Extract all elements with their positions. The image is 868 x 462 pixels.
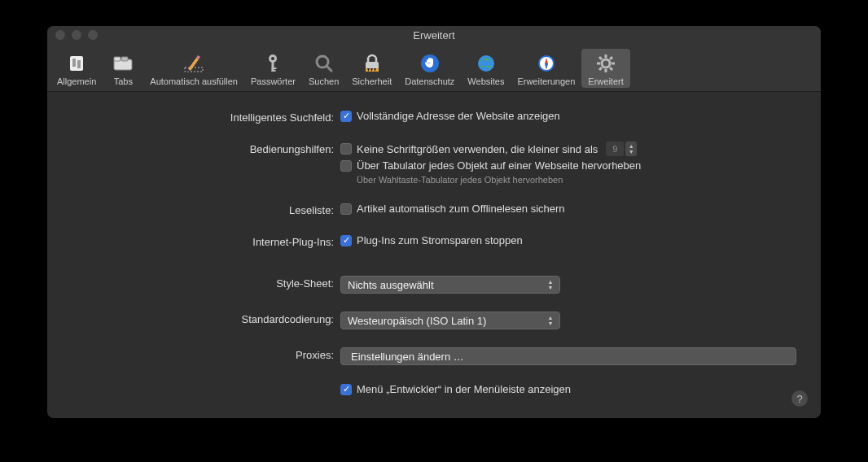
stepper-arrows-icon: ▲▼ bbox=[625, 142, 637, 156]
window-title: Erweitert bbox=[47, 29, 821, 41]
tabs-icon bbox=[112, 52, 134, 75]
svg-point-8 bbox=[271, 57, 274, 60]
svg-point-20 bbox=[478, 55, 494, 72]
checkbox-full-url[interactable] bbox=[340, 111, 352, 122]
svg-point-25 bbox=[602, 59, 610, 68]
stylesheet-popup[interactable]: Nichts ausgewählt ▲▼ bbox=[340, 276, 560, 294]
checkbox-offline-reading-label: Artikel automatisch zum Offlinelesen sic… bbox=[357, 203, 565, 215]
tab-advanced[interactable]: Erweitert bbox=[581, 49, 629, 88]
popup-arrows-icon: ▲▼ bbox=[545, 314, 556, 327]
gear-icon bbox=[594, 52, 617, 75]
checkbox-tab-highlight-label: Über Tabulator jedes Objekt auf einer We… bbox=[357, 159, 641, 172]
preferences-window: Erweitert Allgemein Tabs Automatisch aus… bbox=[47, 26, 821, 418]
lock-icon bbox=[361, 52, 384, 75]
zoom-button[interactable] bbox=[88, 30, 98, 40]
hand-icon bbox=[419, 52, 441, 75]
svg-line-33 bbox=[610, 57, 612, 59]
compass-icon bbox=[535, 52, 558, 75]
font-size-stepper[interactable]: 9 ▲▼ bbox=[606, 142, 637, 156]
checkbox-full-url-label: Vollständige Adresse der Website anzeige… bbox=[357, 110, 560, 122]
key-icon bbox=[261, 52, 284, 75]
titlebar: Erweitert bbox=[47, 26, 821, 44]
toolbar: Allgemein Tabs Automatisch ausfüllen Pas… bbox=[47, 44, 821, 92]
tab-extensions[interactable]: Erweiterungen bbox=[511, 49, 581, 88]
stylesheet-value: Nichts ausgewählt bbox=[348, 279, 434, 291]
tab-tabs[interactable]: Tabs bbox=[103, 49, 143, 88]
checkbox-min-font[interactable] bbox=[340, 143, 352, 155]
svg-rect-4 bbox=[114, 57, 121, 61]
pencil-icon bbox=[182, 52, 205, 75]
tab-highlight-note: Über Wahltaste-Tabulator jedes Objekt he… bbox=[340, 175, 796, 185]
encoding-popup[interactable]: Westeuropäisch (ISO Latin 1) ▲▼ bbox=[340, 312, 560, 329]
svg-rect-2 bbox=[77, 60, 81, 68]
stylesheet-label: Style-Sheet: bbox=[72, 276, 340, 290]
svg-line-32 bbox=[599, 68, 602, 70]
accessibility-label: Bedienungshilfen: bbox=[72, 142, 340, 155]
svg-line-31 bbox=[610, 68, 612, 70]
checkbox-plugin-powersave[interactable] bbox=[340, 235, 352, 246]
popup-arrows-icon: ▲▼ bbox=[545, 278, 556, 291]
svg-rect-0 bbox=[70, 56, 83, 71]
switch-icon bbox=[65, 52, 88, 75]
reading-list-label: Leseliste: bbox=[72, 203, 340, 216]
checkbox-tab-highlight[interactable] bbox=[340, 160, 352, 172]
tab-general[interactable]: Allgemein bbox=[50, 49, 103, 88]
svg-rect-1 bbox=[72, 59, 76, 67]
globe-icon bbox=[475, 52, 498, 75]
proxies-label: Proxies: bbox=[72, 347, 340, 361]
window-controls bbox=[47, 30, 98, 40]
font-size-value: 9 bbox=[606, 142, 624, 156]
tab-autofill[interactable]: Automatisch ausfüllen bbox=[143, 49, 244, 88]
magnifier-icon bbox=[313, 52, 335, 75]
svg-rect-10 bbox=[272, 68, 277, 69]
svg-rect-11 bbox=[272, 70, 276, 72]
content-pane: Intelligentes Suchfeld: Vollständige Adr… bbox=[47, 92, 821, 418]
tab-websites[interactable]: Websites bbox=[461, 49, 511, 88]
encoding-label: Standardcodierung: bbox=[72, 312, 340, 325]
plugins-label: Internet-Plug-Ins: bbox=[72, 234, 340, 248]
encoding-value: Westeuropäisch (ISO Latin 1) bbox=[348, 315, 486, 327]
svg-line-30 bbox=[599, 57, 602, 59]
checkbox-dev-menu-label: Menü „Entwickler“ in der Menüleiste anze… bbox=[357, 383, 571, 395]
close-button[interactable] bbox=[55, 30, 65, 40]
minimize-button[interactable] bbox=[72, 30, 81, 40]
tab-search[interactable]: Suchen bbox=[302, 49, 345, 88]
checkbox-dev-menu[interactable] bbox=[340, 384, 352, 395]
svg-rect-5 bbox=[121, 57, 128, 61]
tab-privacy[interactable]: Datenschutz bbox=[398, 49, 461, 88]
checkbox-min-font-label: Keine Schriftgrößen verwenden, die klein… bbox=[357, 143, 598, 155]
tab-security[interactable]: Sicherheit bbox=[345, 49, 398, 88]
smart-search-label: Intelligentes Suchfeld: bbox=[72, 110, 340, 124]
proxies-button[interactable]: Einstellungen ändern … bbox=[340, 347, 796, 365]
checkbox-offline-reading[interactable] bbox=[340, 203, 352, 215]
checkbox-plugin-powersave-label: Plug-Ins zum Stromsparen stoppen bbox=[357, 234, 523, 246]
help-button[interactable]: ? bbox=[791, 390, 808, 407]
svg-line-13 bbox=[327, 66, 331, 71]
tab-passwords[interactable]: Passwörter bbox=[244, 49, 302, 88]
